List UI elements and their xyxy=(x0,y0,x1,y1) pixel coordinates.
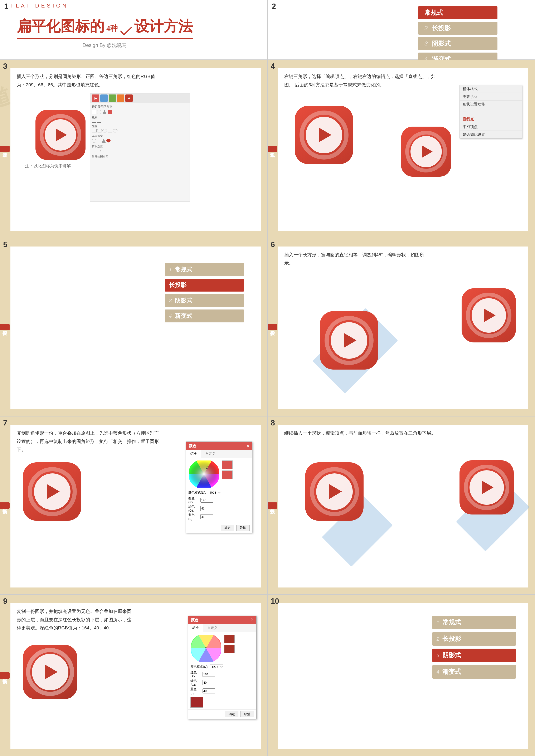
swatch-new xyxy=(222,461,233,469)
desc-9: 复制一份圆形，并把填充设置为无色。叠合叠加在原来圆形的上层，而且要在深红色长投影… xyxy=(17,607,131,632)
app-icon-8b xyxy=(460,460,514,515)
cp-close[interactable]: ✕ xyxy=(246,444,249,448)
icon-ring-copy-9 xyxy=(26,648,74,696)
panel-9: 道信 9 长投影 复制一份圆形，并把填充设置为无色。叠合叠加在原来圆形的上层，而… xyxy=(0,595,268,756)
menu-10-2[interactable]: 2 长投影 xyxy=(432,632,516,646)
cp-colormode: 颜色模式(D): RGB xyxy=(188,490,250,495)
cm-item-7: 是否如此设置 xyxy=(460,131,522,138)
menu-list-10: 1 常规式 2 长投影 3 阴影式 4 渐变式 xyxy=(432,616,516,679)
cp9-cancel[interactable]: 取消 xyxy=(240,711,254,717)
arr2: ← xyxy=(96,149,99,153)
app-icon-7 xyxy=(23,462,81,521)
menu-10-4[interactable]: 4 渐变式 xyxy=(432,665,516,679)
desc-3: 插入三个形状，分别是圆角矩形、正圆、等边三角形，红色的RGB值为：209、66、… xyxy=(17,72,158,89)
cp-red-row: 红色(R): xyxy=(188,496,250,504)
badge-3: 常规式 xyxy=(0,146,10,152)
menu-10-1[interactable]: 1 常规式 xyxy=(432,616,516,629)
cp9-tab-std[interactable]: 标准 xyxy=(188,624,203,632)
menu-5-2[interactable]: 长投影 xyxy=(165,279,244,292)
r3 xyxy=(102,129,107,132)
icon-circle-6b xyxy=(472,298,506,333)
play-icon-3 xyxy=(56,129,67,141)
shape-tri xyxy=(102,110,107,114)
section-num-9: 9 xyxy=(3,597,7,606)
cp9-mode-sel[interactable]: RGB xyxy=(210,664,223,669)
cp-mode-select[interactable]: RGB xyxy=(208,490,221,495)
cp9-overlay xyxy=(191,635,221,662)
icon-ring-8 xyxy=(310,467,359,516)
main-title-text: 扁平化图标的 4种 设计方法 xyxy=(17,17,193,39)
cp9-tabs: 标准 自定义 xyxy=(188,624,256,632)
cp-cancel-btn[interactable]: 取消 xyxy=(236,525,250,531)
icon-shadow-group-6 xyxy=(299,280,361,343)
cp-blue-input[interactable] xyxy=(200,514,213,519)
menu-num-2: 2 xyxy=(424,25,428,32)
cp9-red-input[interactable] xyxy=(203,672,215,677)
cp-ok-btn[interactable]: 确定 xyxy=(221,525,234,531)
cp9-green-label: 绿色(G): xyxy=(190,679,201,686)
cp9-swatches xyxy=(224,635,235,662)
desc-7: 复制圆角矩形一份，重合叠加在原图上，先选中蓝色形状（方便区别而设置的），再选中复… xyxy=(17,429,163,454)
main-title-container: 扁平化图标的 4种 设计方法 Design By @沈晓马 xyxy=(17,17,193,49)
cp9-swatch-new xyxy=(224,635,235,643)
cm-item-4: — xyxy=(460,108,522,115)
note-3: 注：以此图标为例来讲解 xyxy=(25,163,71,169)
mn-5-2-label: 长投影 xyxy=(169,281,186,289)
cm-item-5: 直线点 xyxy=(460,115,522,123)
bs2 xyxy=(97,139,101,143)
section-num-4: 4 xyxy=(271,62,275,71)
mn-5-1-label: 常规式 xyxy=(175,266,192,274)
menu-5-3[interactable]: 3 阴影式 xyxy=(165,294,244,307)
swatch-current xyxy=(222,470,233,479)
cp9-tab-custom[interactable]: 自定义 xyxy=(203,624,221,632)
panel-7-white: 复制圆角矩形一份，重合叠加在原图上，先选中蓝色形状（方便区别而设置的），再选中复… xyxy=(11,425,261,587)
m10-4-label: 渐变式 xyxy=(442,668,461,676)
cp9-close[interactable]: ✕ xyxy=(251,618,253,623)
menu-item-1[interactable]: 常规式 xyxy=(418,6,497,19)
cp-red-input[interactable] xyxy=(200,498,213,503)
play-icon-8b xyxy=(482,481,493,494)
r4 xyxy=(108,129,112,132)
app-icon-6 xyxy=(320,311,378,370)
r2 xyxy=(97,129,102,132)
title-wrapper: 扁平化图标的 4种 设计方法 Design By @沈晓马 xyxy=(17,17,193,49)
mn-5-1-num: 1 xyxy=(169,267,172,272)
cp-tab-standard[interactable]: 标准 xyxy=(186,450,201,458)
tb-icon-1: ▶ xyxy=(92,95,99,102)
menu-5-4[interactable]: 4 新变式 xyxy=(165,310,244,322)
cp9-blue-label: 蓝色(B): xyxy=(190,687,201,695)
menu-label-1: 常规式 xyxy=(424,9,443,17)
badge-7: 长投影 xyxy=(0,502,10,509)
panel-4-white: 右键三角形，选择「编辑顶点」，右键右边的编辑点，选择「直线点」，如图。 后面的3… xyxy=(278,68,528,231)
basic-shapes xyxy=(92,139,187,143)
panel-6-white: 插入一个长方形，宽与圆的直径相等，调鉴到45°，编辑形状，如图所示。 xyxy=(278,246,528,409)
color-picker-7: 颜色 ✕ 标准 自定义 xyxy=(185,441,252,533)
menu-item-3[interactable]: 3 阴影式 xyxy=(418,37,497,50)
menu-item-2[interactable]: 2 长投影 xyxy=(418,22,497,35)
cp9-ok[interactable]: 确定 xyxy=(225,711,239,717)
icon-circle-8b xyxy=(469,470,504,505)
cp-body xyxy=(186,458,252,490)
color-picker-9: 颜色 ✕ 标准 自定义 xyxy=(188,616,257,719)
menu-5-1[interactable]: 1 常规式 xyxy=(165,263,244,276)
menu-list-2: 常规式 2 长投影 3 阴影式 4 渐变式 xyxy=(418,6,497,68)
menu-10-3[interactable]: 3 阴影式 xyxy=(432,649,516,662)
desc-8: 继续插入一个形状，编辑顶点，与前面步骤一样，然后放置在三角形下层。 xyxy=(284,429,441,437)
four-kinds-label: 4种 xyxy=(106,17,118,34)
tb-icon-2 xyxy=(100,95,108,102)
cp-green-label: 绿色(G): xyxy=(188,505,199,512)
cp-tab-custom[interactable]: 自定义 xyxy=(201,450,219,458)
cp9-wheel xyxy=(190,635,222,662)
play-icon-6 xyxy=(344,333,356,348)
cp-green-input[interactable] xyxy=(200,506,213,511)
section-num-7: 7 xyxy=(3,419,7,427)
cp9-body xyxy=(188,632,256,664)
cm-item-2: 更改形状 xyxy=(460,93,522,100)
arr3: ↑ xyxy=(100,149,101,153)
cp9-blue-input[interactable] xyxy=(203,688,215,693)
cp-tabs: 标准 自定义 xyxy=(186,450,252,458)
cp-buttons: 确定 取消 xyxy=(186,523,252,533)
bs1 xyxy=(92,139,96,143)
arr4: ↓ xyxy=(102,149,104,153)
cp9-green-input[interactable] xyxy=(203,680,215,685)
